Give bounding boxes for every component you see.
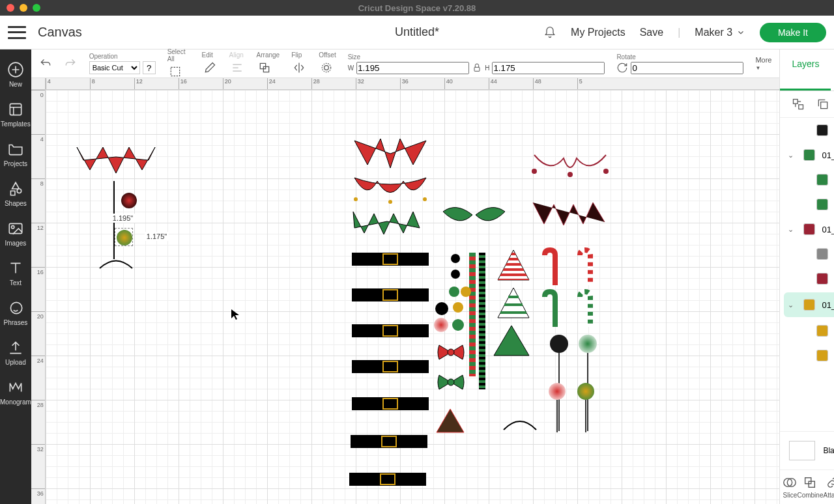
- operation-help-button[interactable]: ?: [143, 61, 156, 74]
- design-belt-2[interactable]: [352, 288, 429, 301]
- design-stripe-v-1[interactable]: [469, 253, 476, 376]
- design-button-6[interactable]: [452, 319, 464, 331]
- layer-swatch: [803, 299, 815, 311]
- tab-color-sync[interactable]: Color Sync: [831, 49, 834, 91]
- group-icon[interactable]: [792, 98, 805, 111]
- notifications-icon[interactable]: [543, 26, 556, 39]
- rotate-input[interactable]: [631, 62, 743, 74]
- height-input[interactable]: [492, 62, 605, 74]
- make-it-button[interactable]: Make It: [760, 23, 826, 42]
- save-button[interactable]: Save: [640, 27, 663, 38]
- tool-shapes[interactable]: Shapes: [0, 174, 31, 214]
- design-belt-1[interactable]: [352, 253, 429, 266]
- flip-button[interactable]: [291, 60, 307, 76]
- chevron-down-icon[interactable]: ⌄: [788, 301, 797, 309]
- document-title[interactable]: Untitled*: [395, 25, 439, 39]
- design-swirl-1[interactable]: [121, 193, 137, 208]
- design-tree-green-solid[interactable]: [490, 323, 533, 359]
- design-candy-red-2[interactable]: [575, 247, 594, 288]
- layer-item[interactable]: 01_Bundle: [780, 192, 834, 217]
- maximize-window-button[interactable]: [33, 4, 40, 12]
- redo-button[interactable]: [64, 56, 77, 72]
- width-input[interactable]: [356, 62, 469, 74]
- select-all-button[interactable]: [167, 64, 183, 79]
- layer-group[interactable]: ⌄01_Bundle: [780, 217, 834, 242]
- design-base-1[interactable]: [96, 257, 136, 271]
- layer-item[interactable]: 01_Bundle: [780, 343, 834, 368]
- design-base-right[interactable]: [500, 415, 539, 432]
- combine-button[interactable]: Combine: [797, 475, 823, 499]
- lock-icon[interactable]: [472, 63, 482, 73]
- minimize-window-button[interactable]: [20, 4, 27, 12]
- design-collar-red-round[interactable]: [348, 175, 433, 204]
- design-bow-red[interactable]: [435, 341, 467, 363]
- arrange-button[interactable]: [257, 60, 272, 76]
- menu-button[interactable]: [8, 26, 26, 39]
- design-button-2[interactable]: [451, 270, 460, 279]
- tool-new[interactable]: New: [0, 55, 31, 94]
- design-tree-dark[interactable]: [434, 408, 467, 435]
- design-button-3b[interactable]: [461, 287, 471, 297]
- design-swirl-selected[interactable]: [117, 230, 132, 245]
- design-button-1[interactable]: [451, 254, 460, 263]
- design-stripe-v-2[interactable]: [479, 253, 485, 389]
- design-tree-red-stripe[interactable]: [495, 247, 532, 284]
- close-window-button[interactable]: [7, 4, 14, 12]
- offset-button[interactable]: [319, 60, 334, 76]
- design-candy-green-1[interactable]: [539, 289, 559, 329]
- layer-item[interactable]: 01_Bundle: [780, 167, 834, 192]
- design-bow-green[interactable]: [435, 371, 467, 393]
- attach-button[interactable]: Attach: [823, 475, 834, 499]
- chevron-down-icon[interactable]: ⌄: [788, 225, 797, 234]
- canvas[interactable]: 48121620242832364044485 0481216202428323…: [31, 78, 780, 504]
- design-candy-green-2[interactable]: [575, 289, 594, 329]
- machine-selector[interactable]: Maker 3: [695, 27, 745, 38]
- layer-item[interactable]: 01_Bundle: [780, 242, 834, 266]
- tool-text[interactable]: Text: [0, 253, 31, 293]
- my-projects-link[interactable]: My Projects: [571, 27, 626, 38]
- tool-upload[interactable]: Upload: [0, 333, 31, 372]
- design-belt-4[interactable]: [352, 360, 429, 373]
- tool-projects[interactable]: Projects: [0, 134, 31, 174]
- duplicate-icon[interactable]: [816, 98, 829, 111]
- design-collar-1[interactable]: [70, 141, 162, 180]
- design-candy-red-1[interactable]: [539, 247, 559, 288]
- tool-monogram[interactable]: Monogram: [0, 372, 31, 412]
- undo-button[interactable]: [39, 56, 52, 72]
- chevron-down-icon[interactable]: ⌄: [788, 151, 797, 160]
- operation-group: Operation Basic Cut ?: [89, 53, 156, 74]
- chevron-down-icon: [736, 28, 745, 37]
- design-collar-striped-1[interactable]: [528, 152, 612, 178]
- edit-button[interactable]: [202, 60, 218, 76]
- design-belt-6[interactable]: [351, 435, 427, 448]
- design-belt-3[interactable]: [352, 324, 429, 337]
- layers-panel: Layers Color Sync 01_Bundle ⌄01_Bundle 0…: [779, 49, 834, 504]
- layers-list[interactable]: 01_Bundle ⌄01_Bundle 01_Bundle 01_Bundle…: [780, 118, 834, 431]
- design-wings-green[interactable]: [440, 202, 511, 231]
- design-collar-red-pointy[interactable]: [348, 135, 433, 171]
- design-tree-green-stripe[interactable]: [495, 285, 532, 322]
- layer-item[interactable]: 01_Bundle: [780, 318, 834, 343]
- slice-button[interactable]: Slice: [783, 475, 797, 499]
- design-button-4[interactable]: [435, 302, 448, 315]
- design-collar-striped-2[interactable]: [528, 199, 612, 229]
- design-belt-5[interactable]: [352, 397, 429, 410]
- design-button-4b[interactable]: [453, 302, 463, 313]
- operation-select[interactable]: Basic Cut: [89, 61, 140, 74]
- design-lollipop-4[interactable]: [577, 383, 594, 432]
- layer-item[interactable]: 01_Bundle: [780, 266, 834, 291]
- layer-group[interactable]: ⌄01_Bundle: [780, 143, 834, 167]
- blank-canvas-row[interactable]: Blank Canvas: [780, 431, 834, 469]
- design-collar-green[interactable]: [348, 208, 426, 238]
- tool-templates[interactable]: Templates: [0, 94, 31, 134]
- design-button-5[interactable]: [434, 318, 448, 332]
- layer-group-selected[interactable]: ⌄01_Bundle: [784, 292, 834, 317]
- design-belt-7[interactable]: [349, 473, 426, 486]
- design-button-3[interactable]: [449, 287, 459, 297]
- layer-item[interactable]: 01_Bundle: [780, 118, 834, 143]
- tool-images[interactable]: Images: [0, 214, 31, 253]
- tool-phrases[interactable]: Phrases: [0, 293, 31, 333]
- design-lollipop-3[interactable]: [549, 383, 566, 432]
- more-group[interactable]: More▼: [755, 56, 771, 71]
- tab-layers[interactable]: Layers: [780, 49, 831, 91]
